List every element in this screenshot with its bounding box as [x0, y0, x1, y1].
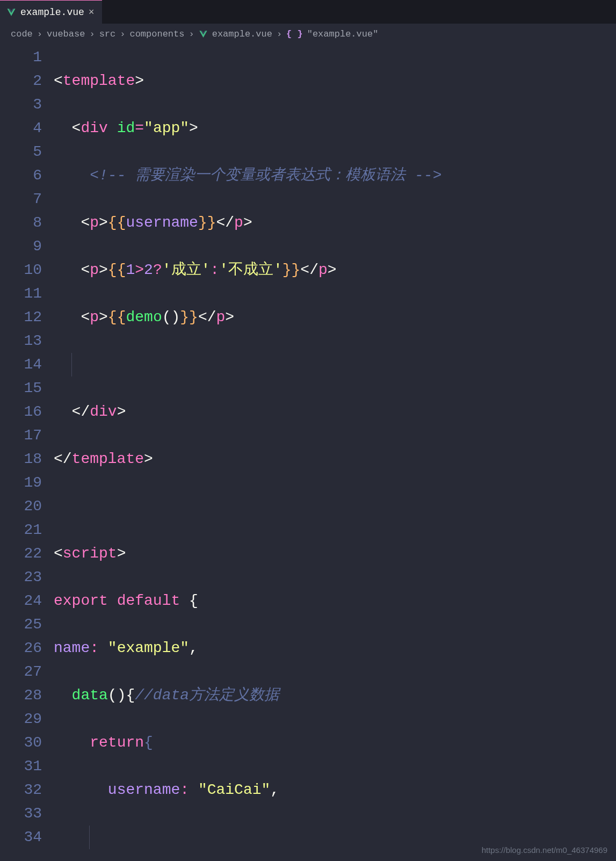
- code-line: [54, 495, 441, 518]
- line-number: 17: [0, 424, 42, 447]
- breadcrumb-part[interactable]: vuebase: [47, 29, 85, 39]
- watermark: https://blog.csdn.net/m0_46374969: [482, 845, 607, 855]
- code-line: <p>{{1>2?'成立':'不成立'}}</p>: [54, 258, 441, 282]
- close-icon[interactable]: ×: [89, 8, 95, 17]
- line-number: 16: [0, 400, 42, 424]
- line-number: 12: [0, 306, 42, 329]
- line-number: 8: [0, 211, 42, 235]
- tab-filename: example.vue: [20, 7, 84, 18]
- line-number: 10: [0, 258, 42, 282]
- code-line: </div>: [54, 400, 441, 424]
- code-line: [54, 826, 441, 849]
- line-number: 3: [0, 93, 42, 117]
- line-number: 30: [0, 731, 42, 755]
- code-line: export default {: [54, 589, 441, 613]
- line-number: 20: [0, 495, 42, 518]
- line-number: 11: [0, 282, 42, 306]
- code-line: <p>{{demo()}}</p>: [54, 306, 441, 329]
- line-number: 29: [0, 707, 42, 731]
- code-line: data(){//data方法定义数据: [54, 684, 441, 707]
- line-number: 23: [0, 566, 42, 589]
- chevron-right-icon: ›: [189, 29, 194, 39]
- line-number: 9: [0, 235, 42, 258]
- line-number: 7: [0, 187, 42, 211]
- line-number: 33: [0, 802, 42, 826]
- line-number: 31: [0, 755, 42, 778]
- line-number: 26: [0, 636, 42, 660]
- code-line: name: "example",: [54, 636, 441, 660]
- code-line: <template>: [54, 69, 441, 93]
- line-number: 32: [0, 778, 42, 802]
- line-number: 2: [0, 69, 42, 93]
- chevron-right-icon: ›: [37, 29, 42, 39]
- breadcrumb-part[interactable]: code: [11, 29, 33, 39]
- breadcrumb-part[interactable]: components: [129, 29, 184, 39]
- line-number: 1: [0, 46, 42, 69]
- line-number: 14: [0, 353, 42, 377]
- braces-icon: { }: [286, 29, 303, 39]
- line-number: 28: [0, 684, 42, 707]
- line-number: 5: [0, 140, 42, 164]
- code-line: [54, 353, 441, 377]
- chevron-right-icon: ›: [277, 29, 282, 39]
- line-number: 25: [0, 613, 42, 636]
- chevron-right-icon: ›: [120, 29, 125, 39]
- code-editor[interactable]: 1 2 3 4 5 6 7 8 9 10 11 12 13 14 15 16 1…: [0, 42, 616, 861]
- line-gutter: 1 2 3 4 5 6 7 8 9 10 11 12 13 14 15 16 1…: [0, 46, 54, 861]
- line-number: 13: [0, 329, 42, 353]
- code-line: username: "CaiCai",: [54, 778, 441, 802]
- code-line: <p>{{username}}</p>: [54, 211, 441, 235]
- line-number: 19: [0, 471, 42, 495]
- line-number: 4: [0, 117, 42, 140]
- line-number: 24: [0, 589, 42, 613]
- vue-icon: [6, 8, 16, 17]
- line-number: 6: [0, 164, 42, 187]
- code-line: <div id="app">: [54, 117, 441, 140]
- tab-bar: example.vue ×: [0, 0, 616, 24]
- chevron-right-icon: ›: [89, 29, 95, 39]
- breadcrumb-part[interactable]: example.vue: [212, 29, 272, 39]
- line-number: 18: [0, 447, 42, 471]
- code-line: <script>: [54, 542, 441, 566]
- line-number: 15: [0, 377, 42, 400]
- breadcrumb[interactable]: code › vuebase › src › components › exam…: [0, 24, 616, 42]
- code-content[interactable]: <template> <div id="app"> <!-- 需要渲染一个变量或…: [54, 46, 441, 861]
- line-number: 34: [0, 826, 42, 849]
- breadcrumb-part[interactable]: "example.vue": [307, 29, 379, 39]
- code-line: <!-- 需要渲染一个变量或者表达式：模板语法 -->: [54, 164, 441, 187]
- code-line: </template>: [54, 447, 441, 471]
- line-number: 27: [0, 660, 42, 684]
- breadcrumb-part[interactable]: src: [99, 29, 116, 39]
- line-number: 21: [0, 518, 42, 542]
- vue-icon: [199, 30, 208, 39]
- line-number: 22: [0, 542, 42, 566]
- code-line: return{: [54, 731, 441, 755]
- tab-example-vue[interactable]: example.vue ×: [0, 0, 102, 24]
